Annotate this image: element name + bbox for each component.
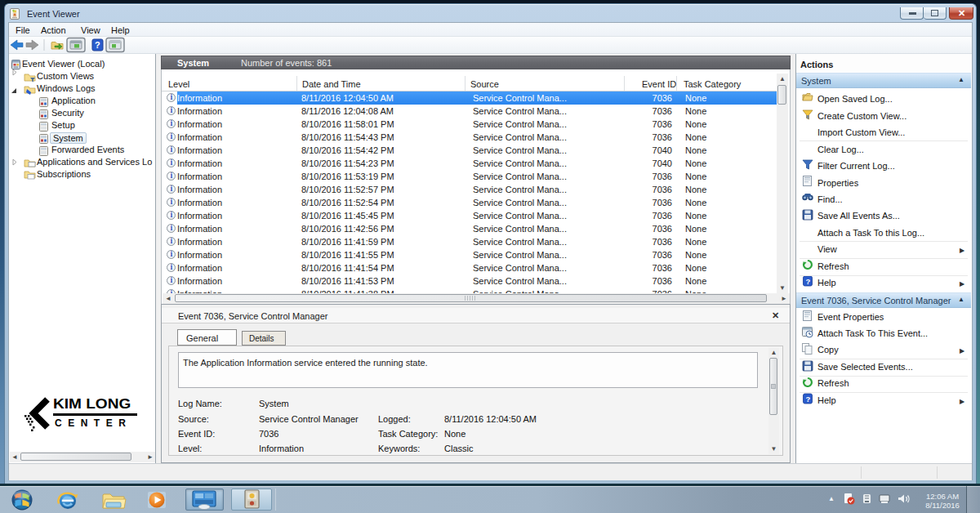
- svg-text:?: ?: [806, 395, 811, 404]
- svg-text:?: ?: [95, 40, 100, 50]
- svg-text:?: ?: [806, 277, 811, 286]
